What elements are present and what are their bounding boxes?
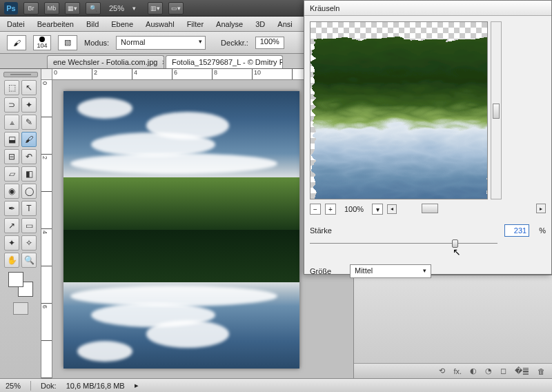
ruler-origin[interactable] [41, 69, 52, 80]
menu-select[interactable]: Auswahl [146, 20, 175, 28]
mask-icon[interactable]: ◐ [470, 366, 477, 375]
menu-file[interactable]: Datei [7, 20, 25, 28]
layers-panel-footer: ⟲ fx. ◐ ◔ ◻ �䷀ 🗑 [354, 363, 552, 378]
scroll-thumb[interactable] [422, 204, 438, 213]
size-label: Größe [310, 267, 343, 275]
fx-icon[interactable]: fx. [453, 367, 462, 375]
dialog-title[interactable]: Kräuseln [304, 1, 551, 16]
panel-grip[interactable] [3, 72, 38, 77]
opacity-input[interactable]: 100% [255, 37, 284, 49]
menu-filter[interactable]: Filter [187, 20, 204, 28]
crop-tool[interactable]: ⟁ [4, 115, 19, 130]
3d-tool[interactable]: ✦ [4, 235, 19, 251]
brush-panel-toggle[interactable]: ▧ [58, 35, 77, 50]
preview-image [310, 36, 487, 199]
color-swatches[interactable] [8, 272, 33, 297]
document-tab[interactable]: Fotolia_15279687_L - © Dmitry Pichu✕ [166, 55, 283, 68]
menu-analysis[interactable]: Analyse [216, 20, 243, 28]
trash-icon[interactable]: 🗑 [538, 367, 545, 375]
zoom-dropdown-icon[interactable]: ▾ [132, 5, 142, 12]
ruler-vertical[interactable]: 0246 [41, 80, 52, 378]
eyedropper-tool[interactable]: ✎ [21, 115, 37, 130]
status-zoom[interactable]: 25% [6, 382, 21, 390]
brush-dot-icon [39, 37, 45, 42]
arrange-button[interactable]: ▥▾ [148, 2, 163, 14]
history-brush-tool[interactable]: ↶ [21, 149, 37, 164]
strength-slider[interactable] [310, 238, 497, 249]
document-canvas[interactable] [63, 91, 299, 369]
foreground-color[interactable] [8, 272, 23, 287]
blur-tool[interactable]: ◉ [4, 184, 19, 199]
screenmode-button[interactable]: ▭▾ [168, 2, 184, 14]
pen-tool[interactable]: ✒ [4, 201, 19, 216]
marquee-tool[interactable]: ↖ [21, 80, 37, 95]
preview-zoom-value: 100% [340, 205, 368, 213]
menu-3d[interactable]: 3D [255, 20, 265, 28]
menu-layer[interactable]: Ebene [111, 20, 133, 28]
preview-hscrollbar[interactable]: ◂ ▸ [387, 204, 546, 215]
scroll-thumb[interactable] [493, 104, 500, 119]
ripple-dialog: Kräuseln − + 100% ▾ ◂ ▸ Stärke % ↖ [304, 0, 552, 275]
opacity-label: Deckkr.: [221, 39, 248, 47]
zoom-percent[interactable]: 25% [109, 4, 124, 12]
viewextras-button[interactable]: ▦▾ [65, 2, 80, 14]
strength-unit: % [539, 226, 546, 235]
type-tool[interactable]: T [21, 201, 37, 216]
filter-preview[interactable] [310, 21, 488, 199]
group-icon[interactable]: ◻ [500, 366, 506, 375]
zoom-tool[interactable]: 🔍 [21, 253, 37, 268]
status-bar: 25% Dok: 10,6 MB/16,8 MB ▸ [0, 378, 552, 392]
adjust-icon[interactable]: ◔ [485, 366, 492, 375]
brush-preset-picker[interactable]: 104 [33, 35, 51, 50]
zoom-in-button[interactable]: + [325, 204, 336, 215]
dodge-tool[interactable]: ◯ [21, 184, 37, 199]
scroll-left-icon[interactable]: ◂ [387, 204, 397, 214]
tool-panel: ⬚↖ ⊃✦ ⟁✎ ⬓🖌 ⊟↶ ▱◧ ◉◯ ✒T ↗▭ ✦✧ ✋🔍 [0, 69, 41, 378]
preview-vscrollbar[interactable] [491, 21, 502, 199]
zoom-level-button[interactable]: 🔍 [86, 2, 101, 14]
tab-label: ene Wechsler - Fotolia.com.jpg [53, 58, 157, 66]
gradient-tool[interactable]: ◧ [21, 166, 37, 182]
path-tool[interactable]: ↗ [4, 218, 19, 233]
eraser-tool[interactable]: ▱ [4, 166, 19, 182]
menu-view[interactable]: Ansi [277, 20, 292, 28]
mode-label: Modus: [84, 39, 109, 47]
newlayer-icon[interactable]: �䷀ [515, 366, 529, 375]
hand-tool[interactable]: ✋ [4, 253, 19, 268]
size-select[interactable]: Mittel [350, 264, 431, 278]
slider-thumb[interactable] [452, 239, 458, 248]
link-icon[interactable]: ⟲ [439, 366, 445, 375]
strength-label: Stärke [310, 226, 343, 235]
3d-cam-tool[interactable]: ✧ [21, 235, 37, 251]
zoom-out-button[interactable]: − [310, 204, 321, 215]
menu-image[interactable]: Bild [86, 20, 99, 28]
blend-mode-select[interactable]: Normal [116, 36, 206, 50]
brush-size-value: 104 [37, 42, 47, 49]
strength-input[interactable] [504, 224, 529, 237]
close-icon[interactable]: ✕ [161, 59, 164, 66]
status-doc-value: 10,6 MB/16,8 MB [66, 382, 125, 390]
move-tool[interactable]: ⬚ [4, 80, 19, 95]
wand-tool[interactable]: ✦ [21, 97, 37, 112]
quickmask-toggle[interactable] [13, 302, 28, 315]
tab-label: Fotolia_15279687_L - © Dmitry Pichu [172, 58, 283, 66]
document-tab[interactable]: ene Wechsler - Fotolia.com.jpg✕ [47, 55, 164, 68]
stamp-tool[interactable]: ⊟ [4, 149, 19, 164]
lasso-tool[interactable]: ⊃ [4, 97, 19, 112]
app-logo: Ps [4, 2, 18, 14]
scroll-right-icon[interactable]: ▸ [536, 204, 546, 213]
brush-tool[interactable]: 🖌 [21, 132, 37, 147]
shape-tool[interactable]: ▭ [21, 218, 37, 233]
menu-edit[interactable]: Bearbeiten [37, 20, 74, 28]
heal-tool[interactable]: ⬓ [4, 132, 19, 147]
minibridge-button[interactable]: Mb [44, 2, 59, 14]
status-chevron-icon[interactable]: ▸ [135, 381, 139, 390]
tool-preset-picker[interactable]: 🖌 [7, 35, 26, 50]
bridge-button[interactable]: Br [23, 2, 39, 14]
layers-panel-collapsed: ⟲ fx. ◐ ◔ ◻ �䷀ 🗑 [353, 275, 552, 378]
status-doc-label: Dok: [41, 382, 57, 390]
preview-zoom-dropdown[interactable]: ▾ [372, 204, 383, 215]
